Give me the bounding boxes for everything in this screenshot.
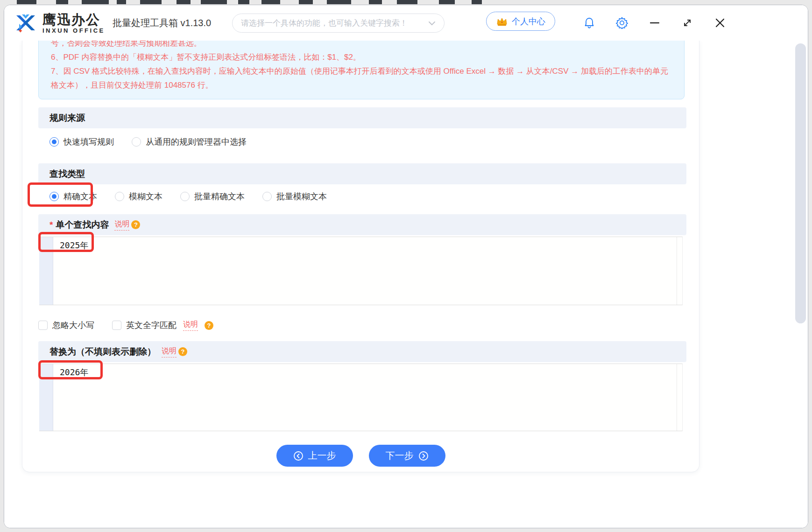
radio-rule-manager[interactable]: 从通用的规则管理器中选择 <box>132 136 247 147</box>
function-search-select[interactable]: 请选择一个具体的功能，也可输入关键字搜索！ <box>232 14 445 33</box>
editor-gutter <box>39 237 53 305</box>
search-type-options: 精确文本 模糊文本 批量精确文本 批量模糊文本 <box>49 191 327 202</box>
radio-unselected-icon <box>115 192 124 201</box>
radio-fuzzy-text[interactable]: 模糊文本 <box>115 191 162 202</box>
logo-x-icon <box>13 10 39 36</box>
checkbox-label: 忽略大小写 <box>52 320 94 331</box>
section-single-search-header: * 单个查找内容 说明 ? <box>38 214 686 235</box>
question-mark-icon[interactable]: ? <box>205 321 213 330</box>
single-search-value: 2025年 <box>60 240 88 251</box>
notice-box: 号，否则会导致处理结果与预期相差甚远。 6、PDF 内容替换中的「模糊文本」暂不… <box>38 41 685 99</box>
user-center-button[interactable]: 个人中心 <box>486 12 555 31</box>
single-search-editor[interactable]: 2025年 <box>39 237 683 305</box>
search-type-title: 查找类型 <box>49 168 85 180</box>
next-step-button[interactable]: 下一步 <box>369 445 445 467</box>
radio-exact-text[interactable]: 精确文本 <box>49 191 97 202</box>
replace-value: 2026年 <box>60 367 88 378</box>
single-search-title: 单个查找内容 <box>56 219 109 231</box>
app-window: 鹰迅办公 INXUN OFFICE 批量处理工具箱 v1.13.0 请选择一个具… <box>4 5 808 528</box>
prev-step-label: 上一步 <box>308 449 336 462</box>
wizard-buttons: 上一步 下一步 <box>22 445 699 467</box>
radio-batch-exact-text[interactable]: 批量精确文本 <box>180 191 245 202</box>
content-panel: 号，否则会导致处理结果与预期相差甚远。 6、PDF 内容替换中的「模糊文本」暂不… <box>22 41 699 472</box>
radio-label: 模糊文本 <box>129 191 162 202</box>
notice-line-6: 6、PDF 内容替换中的「模糊文本」暂不支持正则表达式分组标签语法，比如：$1、… <box>51 50 672 64</box>
search-placeholder: 请选择一个具体的功能，也可输入关键字搜索！ <box>241 18 428 28</box>
radio-quick-fill-rule[interactable]: 快速填写规则 <box>49 136 114 147</box>
question-mark-icon[interactable]: ? <box>178 347 187 356</box>
checkbox-label: 英文全字匹配 <box>126 320 177 331</box>
radio-batch-fuzzy-text[interactable]: 批量模糊文本 <box>262 191 327 202</box>
notification-bell-icon[interactable] <box>582 15 597 30</box>
section-replace-header: 替换为（不填则表示删除） 说明 ? <box>38 341 686 362</box>
radio-label: 从通用的规则管理器中选择 <box>146 136 247 147</box>
radio-label: 精确文本 <box>64 191 97 202</box>
content-viewport: 号，否则会导致处理结果与预期相差甚远。 6、PDF 内容替换中的「模糊文本」暂不… <box>4 41 808 528</box>
question-mark-icon[interactable]: ? <box>131 220 140 229</box>
rule-source-options: 快速填写规则 从通用的规则管理器中选择 <box>49 136 247 147</box>
match-options-row: 忽略大小写 英文全字匹配 说明 ? <box>38 320 213 331</box>
crown-icon <box>496 16 508 27</box>
prev-step-button[interactable]: 上一步 <box>276 445 353 467</box>
radio-label: 快速填写规则 <box>64 136 114 147</box>
radio-selected-icon <box>49 192 59 201</box>
chevron-down-icon <box>428 21 436 26</box>
brand-text: 鹰迅办公 INXUN OFFICE <box>42 12 105 34</box>
settings-gear-icon[interactable] <box>614 15 629 30</box>
replace-title: 替换为（不填则表示删除） <box>49 346 156 358</box>
checkbox-whole-word[interactable]: 英文全字匹配 说明 ? <box>112 320 213 331</box>
radio-label: 批量模糊文本 <box>276 191 327 202</box>
radio-unselected-icon <box>180 192 190 201</box>
circle-left-arrow-icon <box>293 451 304 461</box>
editor-gutter <box>39 364 53 431</box>
section-rule-source-header: 规则来源 <box>38 107 686 128</box>
rule-source-title: 规则来源 <box>49 112 85 124</box>
maximize-button[interactable] <box>680 15 695 30</box>
checkbox-icon <box>38 321 48 330</box>
next-step-label: 下一步 <box>386 449 414 462</box>
radio-unselected-icon <box>262 192 272 201</box>
user-center-label: 个人中心 <box>512 16 545 27</box>
section-search-type-header: 查找类型 <box>38 163 686 184</box>
radio-selected-icon <box>49 137 59 147</box>
app-header: 鹰迅办公 INXUN OFFICE 批量处理工具箱 v1.13.0 请选择一个具… <box>4 5 808 41</box>
circle-right-arrow-icon <box>418 451 429 461</box>
editor-scroll-divider <box>677 364 677 431</box>
brand-name-cn: 鹰迅办公 <box>42 12 105 27</box>
checkbox-ignore-case[interactable]: 忽略大小写 <box>38 320 94 331</box>
required-mark: * <box>49 220 53 230</box>
app-logo: 鹰迅办公 INXUN OFFICE <box>13 10 105 36</box>
single-search-help-link[interactable]: 说明 <box>114 219 129 231</box>
notice-clipped-line: 号，否则会导致处理结果与预期相差甚远。 <box>51 41 672 50</box>
checkbox-icon <box>112 321 121 330</box>
replace-editor[interactable]: 2026年 <box>39 364 683 431</box>
notice-line-7: 7、因 CSV 格式比较特殊，在输入查找内容时，应输入纯文本中的原始值（使用记事… <box>51 64 672 92</box>
replace-help-link[interactable]: 说明 <box>162 346 177 357</box>
vertical-scrollbar-thumb[interactable] <box>795 43 806 323</box>
radio-unselected-icon <box>132 137 141 147</box>
radio-label: 批量精确文本 <box>194 191 245 202</box>
app-title: 批量处理工具箱 v1.13.0 <box>113 17 211 29</box>
minimize-button[interactable] <box>647 15 662 30</box>
brand-name-en: INXUN OFFICE <box>42 27 105 34</box>
match-options-help-link[interactable]: 说明 <box>183 320 198 331</box>
editor-scroll-divider <box>677 237 677 305</box>
close-button[interactable] <box>713 15 727 30</box>
